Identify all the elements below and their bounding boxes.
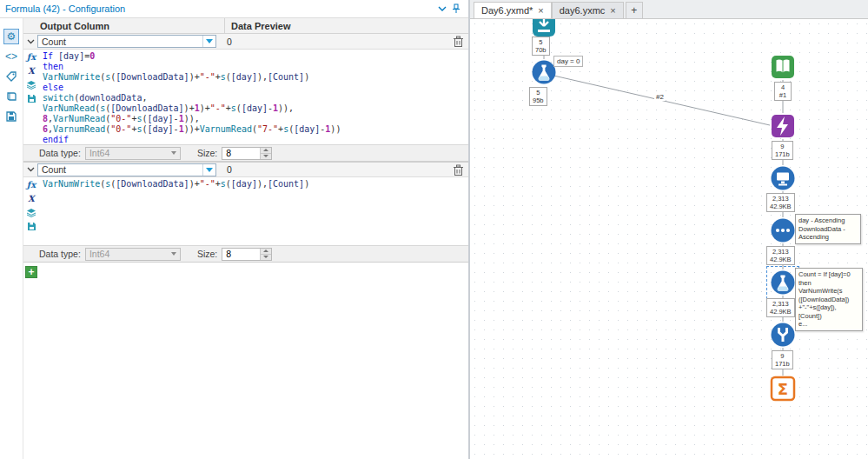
chevron-down-icon[interactable]	[435, 3, 449, 15]
datatype-value: Int64	[86, 249, 168, 259]
size-spinner	[260, 148, 271, 159]
tool-annotation: 595b	[529, 87, 547, 106]
expression-2-datatype-row: Data type: Int64 Size:	[23, 245, 468, 263]
config-tool-strip: ⚙ <>	[0, 18, 23, 459]
workflow-tab-bar: Day6.yxmd* × day6.yxmc × +	[470, 0, 868, 19]
tab-day6-yxmc[interactable]: day6.yxmc ×	[552, 2, 624, 18]
configuration-panel-header: Formula (42) - Configuration	[0, 0, 468, 18]
variables-icon[interactable]: X	[25, 193, 37, 204]
new-tab-button[interactable]: +	[626, 2, 643, 18]
variables-icon[interactable]: X	[25, 65, 37, 76]
size-input[interactable]	[222, 148, 260, 159]
configuration-panel-body: ⚙ <> Output Column Data Preview	[0, 18, 468, 459]
gear-icon[interactable]: ⚙	[3, 29, 19, 44]
formula-config-area: Output Column Data Preview Count 0	[23, 18, 468, 459]
size-input[interactable]	[222, 249, 260, 260]
functions-icon[interactable]: ƒx	[25, 179, 37, 190]
tool-layer: Σ570b595b4#19171b2,31342.9KB2,31342.9KB2…	[470, 19, 868, 459]
alteryx-designer-window: Formula (42) - Configuration ⚙ <>	[0, 0, 868, 459]
tool-annotation: 2,31342.9KB	[766, 298, 795, 317]
size-input-wrap	[222, 248, 272, 261]
collapse-chevron-icon[interactable]	[23, 167, 37, 172]
svg-text:Σ: Σ	[778, 380, 788, 398]
datatype-select[interactable]: Int64	[85, 248, 181, 261]
code-icon[interactable]: <>	[3, 49, 19, 64]
data-preview-value: 0	[216, 37, 451, 47]
tool-annotation: 570b	[532, 37, 550, 56]
tool-annotation: 9171b	[772, 141, 793, 160]
tab-label: Day6.yxmd*	[481, 5, 533, 16]
output-column-value: Count	[38, 164, 202, 175]
macro-tool[interactable]	[770, 113, 796, 139]
text-input-tool[interactable]	[770, 54, 796, 80]
output-column-select[interactable]: Count	[37, 163, 216, 176]
output-column-header: Output Column	[23, 18, 225, 33]
tool-annotation: 2,31342.9KB	[766, 246, 795, 265]
datatype-label: Data type:	[39, 148, 81, 158]
workflow-area: Day6.yxmd* × day6.yxmc × +	[470, 0, 868, 459]
tool-annotation: 9171b	[772, 350, 793, 369]
book-icon[interactable]	[3, 89, 19, 104]
formula-tool[interactable]	[770, 269, 796, 296]
datatype-value: Int64	[86, 148, 168, 158]
expression-1-header: Count 0	[23, 34, 468, 50]
delete-expression-icon[interactable]	[451, 163, 465, 176]
size-input-wrap	[222, 147, 272, 160]
datatype-label: Data type:	[39, 249, 81, 259]
dropdown-caret-icon[interactable]	[202, 36, 215, 47]
close-icon[interactable]: ×	[538, 6, 543, 15]
size-label: Size:	[197, 148, 217, 158]
connection-label: #2	[654, 93, 666, 101]
save-expression-icon[interactable]	[25, 221, 37, 232]
configuration-panel: Formula (42) - Configuration ⚙ <>	[0, 0, 470, 459]
expression-1-datatype-row: Data type: Int64 Size:	[23, 144, 468, 162]
spinner-down-icon[interactable]	[261, 254, 271, 260]
sort-tool[interactable]	[770, 217, 796, 243]
expression-2-code[interactable]: VarNumWrite(s([DownloadData])+"-"+s([day…	[39, 177, 468, 245]
data-preview-header: Data Preview	[225, 21, 468, 31]
dropdown-caret-icon[interactable]	[168, 151, 180, 155]
connection-label: day = 0	[553, 56, 583, 67]
panel-title: Formula (42) - Configuration	[5, 3, 435, 14]
output-column-select[interactable]: Count	[37, 35, 216, 48]
expression-2-header: Count 0	[23, 162, 468, 177]
editor-1-icon-strip: ƒx X	[23, 50, 39, 144]
summarize-tool[interactable]: Σ	[770, 376, 796, 402]
add-expression-button[interactable]: +	[25, 266, 37, 278]
dropdown-caret-icon[interactable]	[202, 164, 215, 176]
size-label: Size:	[197, 249, 217, 259]
tag-icon[interactable]	[3, 69, 19, 84]
pin-icon[interactable]	[449, 3, 463, 15]
tab-label: day6.yxmc	[560, 5, 606, 16]
save-icon[interactable]	[3, 109, 19, 124]
editor-2-icon-strip: ƒx X	[23, 177, 39, 245]
size-spinner	[260, 249, 271, 260]
spinner-down-icon[interactable]	[261, 153, 271, 159]
delete-expression-icon[interactable]	[451, 35, 465, 48]
column-header-row: Output Column Data Preview	[23, 18, 468, 34]
layers-icon[interactable]	[25, 207, 37, 218]
tool-tooltip: day - AscendingDownloadData -Ascending	[795, 214, 861, 244]
tool-annotation: 2,31342.9KB	[766, 193, 795, 212]
save-expression-icon[interactable]	[25, 93, 37, 104]
tab-day6-yxmd[interactable]: Day6.yxmd* ×	[474, 2, 552, 18]
data-preview-value: 0	[216, 164, 451, 175]
close-icon[interactable]: ×	[610, 6, 615, 15]
output-column-value: Count	[38, 37, 202, 47]
input-tool[interactable]	[531, 19, 557, 38]
collapse-chevron-icon[interactable]	[23, 39, 37, 44]
workflow-canvas[interactable]: Σ570b595b4#19171b2,31342.9KB2,31342.9KB2…	[470, 19, 868, 459]
datatype-select[interactable]: Int64	[85, 147, 181, 160]
union-tool[interactable]	[770, 322, 796, 348]
expression-2-editor[interactable]: ƒx X VarNumWrite(s([DownloadData])+"-"+s…	[23, 177, 468, 245]
tool-annotation: 4#1	[774, 82, 792, 101]
add-expression-row: +	[23, 263, 468, 282]
functions-icon[interactable]: ƒx	[25, 51, 37, 63]
expression-1-code[interactable]: If [day]=0thenVarNumWrite(s([DownloadDat…	[39, 50, 468, 144]
browse-tool[interactable]	[770, 165, 796, 191]
dropdown-caret-icon[interactable]	[168, 252, 180, 256]
tool-tooltip: Count = If [day]=0thenVarNumWrite(s([Dow…	[795, 268, 863, 331]
expression-1-editor[interactable]: ƒx X If [day]=0thenVarNumWrite(s([Downlo…	[23, 50, 468, 144]
layers-icon[interactable]	[25, 79, 37, 90]
